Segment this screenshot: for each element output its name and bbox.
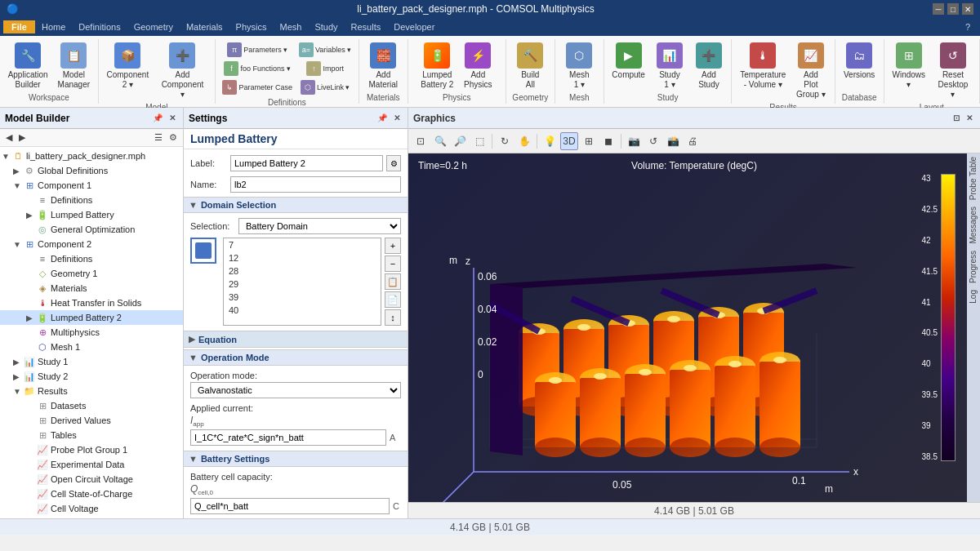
global-defs-toggle[interactable]: ▶ [13, 167, 23, 176]
operation-mode-section[interactable]: ▼ Operation Mode [184, 349, 408, 366]
domain-move-button[interactable]: ↕ [385, 309, 401, 326]
applied-current-input[interactable] [190, 429, 386, 446]
label-settings-button[interactable]: ⚙ [386, 155, 401, 171]
variables-button[interactable]: a= Variables ▾ [296, 41, 354, 59]
import-button[interactable]: ↑ Import [296, 60, 354, 78]
tree-geometry1[interactable]: ▶ ◇ Geometry 1 [0, 266, 183, 281]
tree-datasets[interactable]: ▶ ⊞ Datasets [0, 398, 183, 413]
definitions-menu[interactable]: Definitions [72, 20, 127, 33]
comp2-toggle[interactable]: ▼ [13, 240, 23, 249]
tree-materials[interactable]: ▶ ◈ Materials [0, 281, 183, 295]
compute-button[interactable]: ▶ Compute [608, 41, 648, 82]
build-all-button[interactable]: 🔨 BuildAll [512, 41, 548, 91]
tree-back[interactable]: ◀ [3, 131, 15, 144]
refresh-button[interactable]: ↺ [644, 132, 662, 150]
study2-toggle[interactable]: ▶ [13, 372, 23, 381]
lb2-toggle[interactable]: ▶ [26, 313, 36, 322]
physics-menu[interactable]: Physics [229, 20, 274, 33]
results-toggle[interactable]: ▼ [13, 387, 23, 396]
study1-button[interactable]: 📊 Study1 ▾ [652, 41, 688, 91]
print-button[interactable]: 🖨 [684, 132, 702, 150]
comp1-toggle[interactable]: ▼ [13, 181, 23, 190]
domain-item-28[interactable]: 28 [224, 264, 381, 278]
study1-toggle[interactable]: ▶ [13, 358, 23, 367]
zoom-extents-button[interactable]: ⊡ [412, 132, 430, 150]
help-menu[interactable]: ? [959, 20, 977, 33]
pan-button[interactable]: ✋ [515, 132, 533, 150]
tree-settings[interactable]: ⚙ [167, 131, 180, 144]
label-input[interactable] [230, 155, 383, 171]
add-component-button[interactable]: ➕ AddComponent ▾ [155, 41, 210, 101]
materials-menu[interactable]: Materials [180, 20, 229, 33]
reset-desktop-button[interactable]: ↺ ResetDesktop ▾ [932, 41, 974, 101]
domain-paste-button[interactable]: 📋 [385, 273, 401, 290]
versions-button[interactable]: 🗂 Versions [840, 41, 878, 82]
tree-mesh1[interactable]: ▶ ⬡ Mesh 1 [0, 340, 183, 354]
surface-button[interactable]: ◼ [599, 132, 617, 150]
study-menu[interactable]: Study [308, 20, 344, 33]
progress-tab[interactable]: Progress [967, 247, 980, 287]
tree-lumped-battery[interactable]: ▶ 🔋 Lumped Battery [0, 207, 183, 222]
livelink-button[interactable]: ⬡ LiveLink ▾ [296, 78, 354, 96]
wireframe-button[interactable]: ⊞ [580, 132, 598, 150]
camera-button[interactable]: 📷 [625, 132, 643, 150]
tree-root[interactable]: ▼ 🗒 li_battery_pack_designer.mph [0, 149, 183, 163]
screenshot-button[interactable]: 📸 [664, 132, 682, 150]
tree-exp-data[interactable]: ▶ 📈 Experimental Data [0, 457, 183, 472]
tree-forward[interactable]: ▶ [16, 131, 28, 144]
messages-tab[interactable]: Messages [967, 203, 980, 247]
windows-button[interactable]: ⊞ Windows▾ [889, 41, 929, 91]
tree-tables[interactable]: ▶ ⊞ Tables [0, 428, 183, 442]
zoom-box-button[interactable]: ⬚ [470, 132, 488, 150]
root-toggle[interactable]: ▼ [2, 152, 11, 161]
minimize-button[interactable]: ─ [933, 3, 944, 15]
model-builder-close[interactable]: ✕ [167, 113, 178, 123]
maximize-button[interactable]: □ [947, 3, 959, 15]
temperature-volume-button[interactable]: 🌡 Temperature- Volume ▾ [737, 41, 789, 91]
tree-lumped-battery2[interactable]: ▶ 🔋 Lumped Battery 2 [0, 310, 183, 325]
zoom-out-button[interactable]: 🔎 [451, 132, 469, 150]
parameter-case-button[interactable]: ↳ Parameter Case [220, 78, 295, 96]
tree-component2[interactable]: ▼ ⊞ Component 2 [0, 237, 183, 251]
domain-item-7[interactable]: 7 [224, 238, 381, 251]
results-menu[interactable]: Results [345, 20, 388, 33]
name-input[interactable] [230, 176, 401, 193]
battery-settings-section[interactable]: ▼ Battery Settings [184, 451, 408, 467]
tree-heat-transfer[interactable]: ▶ 🌡 Heat Transfer in Solids [0, 295, 183, 310]
add-plot-group-button[interactable]: 📈 Add PlotGroup ▾ [792, 41, 830, 101]
scene-light-button[interactable]: 💡 [541, 132, 559, 150]
selection-dropdown[interactable]: Battery Domain [238, 218, 401, 234]
domain-item-12[interactable]: 12 [224, 251, 381, 264]
rotate-button[interactable]: ↻ [496, 132, 514, 150]
app-builder-button[interactable]: 🔧 ApplicationBuilder [5, 41, 51, 91]
mesh-button[interactable]: ⬡ Mesh1 ▾ [561, 41, 597, 91]
settings-pin[interactable]: 📌 [375, 113, 390, 123]
tree-menu[interactable]: ☰ [152, 131, 165, 144]
tree-study1[interactable]: ▶ 📊 Study 1 [0, 354, 183, 369]
graphics-float[interactable]: ⊡ [951, 113, 962, 123]
model-builder-pin[interactable]: 📌 [150, 113, 165, 123]
tree-study2[interactable]: ▶ 📊 Study 2 [0, 369, 183, 384]
lb-toggle[interactable]: ▶ [26, 211, 36, 220]
log-tab[interactable]: Log [967, 287, 980, 307]
tree-voltage-losses[interactable]: ▶ 📈 Voltage Losses and Load [0, 516, 183, 518]
graphics-close[interactable]: ✕ [964, 113, 975, 123]
domain-remove-button[interactable]: − [385, 256, 401, 272]
parameters-button[interactable]: π Parameters ▾ [220, 41, 295, 59]
file-menu[interactable]: File [3, 20, 35, 33]
tree-cell-soc[interactable]: ▶ 📈 Cell State-of-Charge [0, 487, 183, 501]
tree-open-circuit[interactable]: ▶ 📈 Open Circuit Voltage [0, 472, 183, 487]
op-mode-dropdown[interactable]: Galvanostatic [190, 382, 401, 398]
domain-copy-button[interactable]: 📄 [385, 291, 401, 308]
zoom-in-button[interactable]: 🔍 [431, 132, 449, 150]
batt-cap-input[interactable] [190, 498, 390, 514]
lumped-battery-button[interactable]: 🔋 LumpedBattery 2 [417, 41, 457, 91]
tree-probe-plot[interactable]: ▶ 📈 Probe Plot Group 1 [0, 442, 183, 457]
mesh-menu[interactable]: Mesh [273, 20, 308, 33]
developer-menu[interactable]: Developer [387, 20, 441, 33]
add-material-button[interactable]: 🧱 AddMaterial [365, 41, 401, 91]
settings-close[interactable]: ✕ [391, 113, 403, 123]
home-menu[interactable]: Home [35, 20, 72, 33]
tree-multiphysics[interactable]: ▶ ⊕ Multiphysics [0, 325, 183, 340]
tree-gen-optim[interactable]: ▶ ◎ General Optimization [0, 222, 183, 237]
